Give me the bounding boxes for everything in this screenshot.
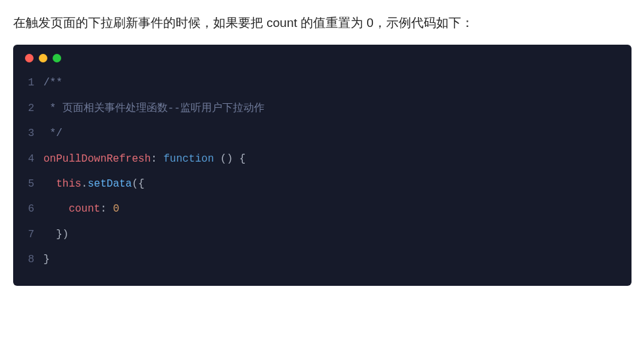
- code-line: 1/**: [13, 70, 632, 95]
- code-block: 1/**2 * 页面相关事件处理函数--监听用户下拉动作3 */4onPullD…: [13, 45, 632, 285]
- line-number: 7: [13, 222, 43, 247]
- line-number: 6: [13, 196, 43, 221]
- line-content: }): [43, 222, 68, 247]
- code-token: function: [163, 153, 214, 165]
- line-content: count: 0: [43, 196, 119, 221]
- code-line: 2 * 页面相关事件处理函数--监听用户下拉动作: [13, 96, 632, 121]
- code-body: 1/**2 * 页面相关事件处理函数--监听用户下拉动作3 */4onPullD…: [13, 66, 632, 285]
- code-line: 8}: [13, 247, 632, 272]
- line-number: 5: [13, 172, 43, 196]
- line-content: */: [43, 121, 62, 146]
- code-line: 3 */: [13, 121, 632, 146]
- line-content: }: [43, 247, 50, 272]
- code-token: ({: [132, 178, 144, 190]
- watermark: 源代码 宸: [583, 328, 636, 339]
- line-number: 8: [13, 247, 43, 272]
- code-token: */: [43, 127, 62, 139]
- code-token: * 页面相关事件处理函数--监听用户下拉动作: [43, 103, 264, 114]
- line-content: * 页面相关事件处理函数--监听用户下拉动作: [43, 96, 264, 121]
- code-token: setData: [87, 178, 132, 190]
- code-token: onPullDownRefresh: [43, 153, 151, 165]
- code-token: 0: [113, 203, 120, 215]
- code-token: }: [43, 254, 50, 265]
- line-number: 1: [13, 70, 43, 95]
- code-token: :: [151, 153, 163, 165]
- line-number: 2: [13, 96, 43, 121]
- line-number: 4: [13, 147, 43, 172]
- line-content: onPullDownRefresh: function () {: [43, 147, 245, 172]
- maximize-dot-icon: [53, 54, 61, 62]
- code-line: 4onPullDownRefresh: function () {: [13, 147, 632, 172]
- minimize-dot-icon: [39, 54, 47, 62]
- code-line: 5 this.setData({: [13, 172, 632, 196]
- title-bar: [13, 45, 632, 66]
- code-token: this: [56, 178, 81, 190]
- code-token: .: [82, 178, 88, 190]
- code-token: () {: [214, 153, 245, 165]
- code-token: count: [68, 203, 100, 215]
- code-line: 6 count: 0: [13, 196, 632, 221]
- intro-text: 在触发页面的下拉刷新事件的时候，如果要把 count 的值重置为 0，示例代码如…: [13, 13, 631, 33]
- close-dot-icon: [25, 54, 34, 62]
- line-content: /**: [43, 70, 62, 95]
- code-token: }): [43, 229, 68, 240]
- code-token: [43, 178, 56, 190]
- line-number: 3: [13, 121, 43, 146]
- code-line: 7 }): [13, 222, 632, 247]
- code-token: :: [100, 203, 112, 215]
- line-content: this.setData({: [43, 172, 145, 196]
- code-token: /**: [43, 77, 62, 89]
- code-token: [43, 203, 68, 215]
